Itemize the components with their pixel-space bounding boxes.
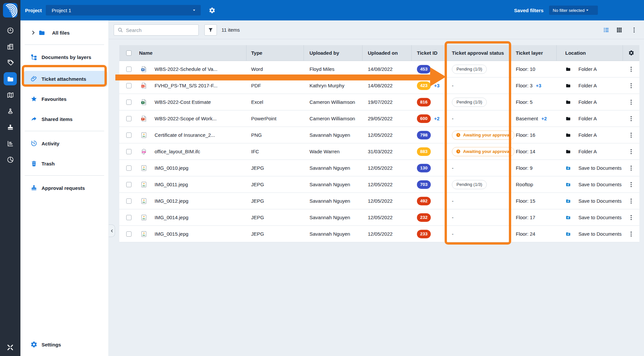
sidebar-item-documents-by-layers[interactable]: Documents by layers: [20, 49, 108, 65]
sidebar-item-all-files[interactable]: All files: [20, 25, 108, 41]
column-header-type[interactable]: Type: [251, 50, 262, 56]
ticket-id-badge[interactable]: 600: [417, 114, 431, 123]
sidebar-item-ticket-attachments[interactable]: Ticket attachments: [24, 71, 107, 87]
ticket-id-badge[interactable]: 130: [417, 164, 431, 172]
row-checkbox[interactable]: [126, 215, 132, 220]
location-label[interactable]: Folder A: [578, 116, 597, 121]
project-settings-gear-icon[interactable]: [209, 7, 216, 14]
column-header-approval-status[interactable]: Ticket approval status: [452, 50, 504, 56]
ticket-layer-extra[interactable]: +2: [542, 116, 547, 121]
chevron-right-icon[interactable]: [30, 30, 36, 36]
ticket-id-badge[interactable]: 703: [417, 180, 431, 189]
select-all-checkbox[interactable]: [126, 50, 132, 56]
row-kebab-menu[interactable]: [628, 214, 634, 221]
location-label[interactable]: Folder A: [578, 66, 597, 72]
ticket-id-badge[interactable]: 816: [417, 98, 431, 106]
ticket-id-extra[interactable]: +2: [434, 116, 440, 121]
toolbar-kebab-menu[interactable]: [631, 27, 637, 33]
table-row[interactable]: IMG_0012.jepg JEPG Savannah Nguyen 12/05…: [119, 193, 639, 209]
location-label[interactable]: Folder A: [578, 83, 597, 88]
ticket-id-badge[interactable]: 232: [417, 213, 431, 222]
location-label[interactable]: Save to Documents: [578, 231, 622, 237]
rail-item-pie-chart[interactable]: [4, 153, 17, 166]
row-checkbox[interactable]: [126, 133, 132, 138]
table-row[interactable]: IFC office_layout_BIM.ifc IFC Wade Warre…: [119, 143, 639, 160]
table-row[interactable]: IMG_0015.jepg JEPG Savannah Nguyen 12/05…: [119, 226, 639, 242]
sidebar-item-settings[interactable]: Settings: [20, 337, 108, 352]
row-kebab-menu[interactable]: [628, 66, 634, 73]
table-row[interactable]: P WBS-2022-Scope of Work... PowerPoint C…: [119, 110, 639, 127]
table-row[interactable]: X WBS-2022-Cost Estimate Excel Cameron W…: [119, 94, 639, 110]
row-checkbox[interactable]: [126, 165, 132, 171]
rail-item-folder-solid[interactable]: [4, 72, 17, 85]
rail-item-dashboard[interactable]: [4, 24, 17, 37]
ticket-id-badge[interactable]: 492: [417, 197, 431, 205]
column-header-location[interactable]: Location: [565, 50, 586, 56]
table-row[interactable]: PDF FVHD_PS-TM_S/S 2017-F... PDF Kathryn…: [119, 77, 639, 94]
approval-status-empty: -: [452, 198, 454, 204]
row-kebab-menu[interactable]: [628, 165, 634, 171]
row-checkbox[interactable]: [126, 83, 132, 88]
row-kebab-menu[interactable]: [628, 148, 634, 155]
table-row[interactable]: W WBS-2022-Schedule of Va... Word Floyd …: [119, 61, 639, 77]
row-checkbox[interactable]: [126, 116, 132, 121]
ticket-id-badge[interactable]: 453: [417, 65, 431, 74]
location-label[interactable]: Folder A: [578, 149, 597, 154]
column-header-uploaded-by[interactable]: Uploaded by: [309, 50, 339, 56]
row-checkbox[interactable]: [126, 100, 132, 105]
row-kebab-menu[interactable]: [628, 132, 634, 138]
table-row[interactable]: IMG_0010.jepg JEPG Savannah Nguyen 12/05…: [119, 160, 639, 176]
column-header-name[interactable]: Name: [139, 50, 153, 56]
table-row[interactable]: IMG_0014.jepg JEPG Savannah Nguyen 12/05…: [119, 209, 639, 226]
saved-filter-selector[interactable]: No filter selected: [549, 6, 598, 15]
row-checkbox[interactable]: [126, 67, 132, 72]
row-checkbox[interactable]: [126, 182, 132, 187]
location-label[interactable]: Folder A: [578, 99, 597, 105]
column-header-uploaded-on[interactable]: Uploaded on: [368, 50, 398, 56]
sidebar-item-shared-items[interactable]: Shared items: [20, 111, 108, 127]
list-view-toggle[interactable]: [603, 27, 610, 33]
apps-icon[interactable]: [6, 343, 15, 352]
location-label[interactable]: Save to Documents: [578, 182, 622, 187]
location-label[interactable]: Save to Documents: [578, 165, 622, 171]
rail-item-gantt[interactable]: [4, 137, 17, 150]
ticket-id-badge[interactable]: 798: [417, 131, 431, 139]
location-label[interactable]: Folder A: [578, 132, 597, 138]
search-input[interactable]: [126, 27, 195, 33]
table-row[interactable]: IMG_0011.jepg JEPG Savannah Nguyen 12/05…: [119, 176, 639, 193]
row-kebab-menu[interactable]: [628, 82, 634, 89]
sidebar-item-activity[interactable]: Activity: [20, 135, 108, 151]
grid-view-toggle[interactable]: [616, 27, 623, 33]
row-checkbox[interactable]: [126, 198, 132, 204]
sidebar-item-favourites[interactable]: Favourites: [20, 91, 108, 107]
ticket-layer-extra[interactable]: +3: [536, 83, 542, 88]
table-row[interactable]: Certificate of Insurance_2... PNG Savann…: [119, 127, 639, 143]
ticket-id-badge[interactable]: 883: [417, 147, 431, 156]
row-checkbox[interactable]: [126, 231, 132, 237]
location-label[interactable]: Save to Documents: [578, 215, 622, 220]
row-kebab-menu[interactable]: [628, 231, 634, 237]
row-checkbox[interactable]: [126, 149, 132, 154]
ticket-id-badge[interactable]: 423: [417, 81, 431, 90]
project-selector[interactable]: Project 1: [46, 5, 201, 15]
filter-button[interactable]: [204, 24, 217, 36]
rail-item-person-pin[interactable]: [4, 104, 17, 118]
sidebar-item-approval-requests[interactable]: Approval requests: [20, 180, 108, 196]
column-header-ticket-id[interactable]: Ticket ID: [417, 50, 437, 56]
column-settings-gear-icon[interactable]: [628, 50, 634, 56]
sidebar-item-trash[interactable]: Trash: [20, 156, 108, 171]
sidebar-collapse-button[interactable]: [109, 224, 115, 237]
row-kebab-menu[interactable]: [628, 99, 634, 105]
row-kebab-menu[interactable]: [628, 198, 634, 204]
row-kebab-menu[interactable]: [628, 181, 634, 188]
location-label[interactable]: Save to Documents: [578, 198, 622, 204]
ticket-id-extra[interactable]: +3: [434, 83, 440, 88]
ticket-id-badge[interactable]: 233: [417, 230, 431, 238]
column-header-ticket-layer[interactable]: Ticket layer: [516, 50, 543, 56]
rail-item-tags[interactable]: [4, 56, 17, 69]
file-type: JEPG: [251, 182, 264, 187]
row-kebab-menu[interactable]: [628, 115, 634, 122]
rail-item-stamp[interactable]: [4, 121, 17, 134]
rail-item-buildings[interactable]: [4, 40, 17, 53]
rail-item-map[interactable]: [4, 88, 17, 102]
